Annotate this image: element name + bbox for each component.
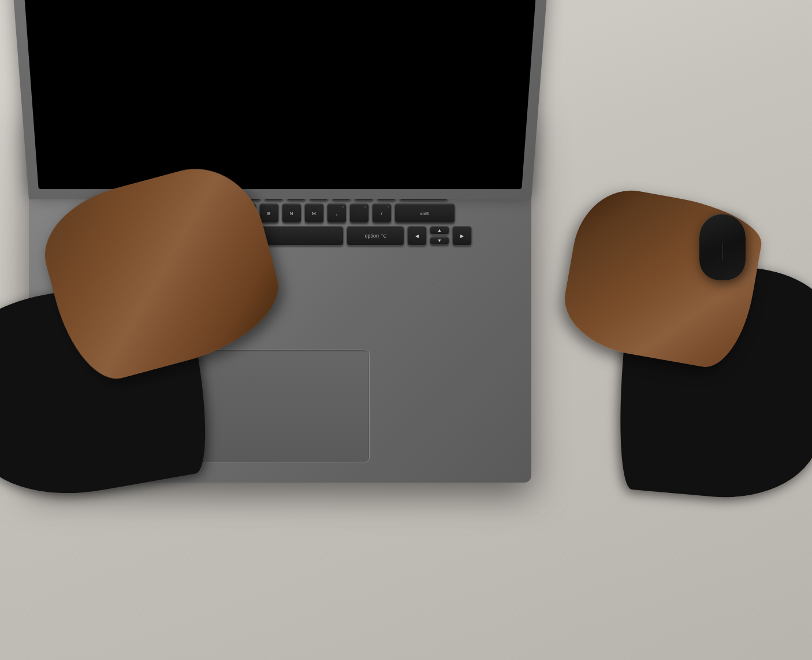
key-arrow-down[interactable]: ▼ (430, 236, 449, 245)
trackpad[interactable] (191, 350, 370, 462)
key-b[interactable]: B (259, 203, 279, 223)
mouse[interactable] (699, 214, 746, 280)
terminal-output: CultureInfo object for [nl-NL] is used f… (16, 0, 545, 189)
key-shift-right[interactable]: shift (394, 203, 455, 223)
laptop-screen: CultureInfo object for [nl-NL] is used f… (16, 0, 545, 189)
scene: esc CultureInfo object for [nl-NL] is us… (0, 0, 812, 660)
key-m[interactable]: M (304, 203, 324, 223)
key-arrow-up[interactable]: ▲ (430, 226, 449, 235)
key-option-right[interactable]: option ⌥ (347, 226, 404, 246)
mouse-divider (722, 243, 723, 260)
laptop-lid: esc CultureInfo object for [nl-NL] is us… (3, 0, 557, 199)
key-n[interactable]: N (282, 203, 301, 223)
key-arrow-left[interactable]: ◀ (407, 226, 427, 246)
key-slash[interactable]: ?/ (372, 203, 392, 223)
key-period[interactable]: >. (349, 203, 369, 223)
key-comma[interactable]: <, (327, 203, 347, 223)
key-arrow-right[interactable]: ▶ (452, 226, 472, 246)
